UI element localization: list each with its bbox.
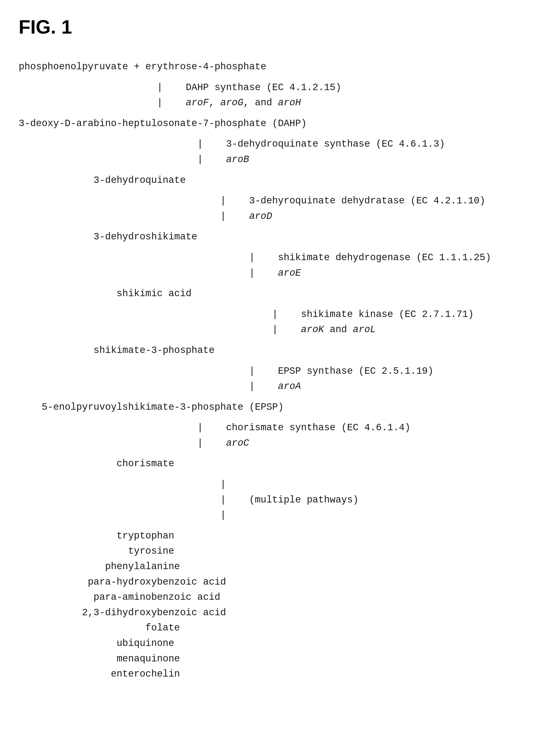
figure-title: FIG. 1 xyxy=(19,16,541,38)
enzyme-line-5b: | aroK and aroL xyxy=(19,322,541,338)
product-phenylalanine: phenylalanine xyxy=(19,559,541,574)
product-para-hydroxy: para-hydroxybenzoic acid xyxy=(19,574,541,590)
enzyme-line-2a: | 3-dehydroquinate synthase (EC 4.6.1.3) xyxy=(19,137,541,152)
enzyme-line-6b: | aroA xyxy=(19,379,541,394)
enzyme-line-7a: | chorismate synthase (EC 4.6.1.4) xyxy=(19,420,541,435)
product-tyrosine: tyrosine xyxy=(19,544,541,559)
pathway-diagram: phosphoenolpyruvate + erythrose-4-phosph… xyxy=(19,59,541,682)
product-ubiquinone: ubiquinone xyxy=(19,636,541,651)
enzyme-line-2b: | aroB xyxy=(19,152,541,167)
spacer-10 xyxy=(19,338,541,343)
spacer-2 xyxy=(19,110,541,116)
enzyme-line-7b: | aroC xyxy=(19,435,541,451)
product-dihydroxy: 2,3-dihydroxybenzoic acid xyxy=(19,605,541,620)
compound-chorismate: chorismate xyxy=(19,456,541,472)
enzyme-line-4a: | shikimate dehydrogenase (EC 1.1.1.25) xyxy=(19,250,541,266)
product-para-amino: para-aminobenzoic acid xyxy=(19,590,541,605)
compound-2: 3-deoxy-D-arabino-heptulosonate-7-phosph… xyxy=(19,116,541,131)
compound-4: 3-dehydroshikimate xyxy=(19,229,541,245)
compound-3: 3-dehydroquinate xyxy=(19,173,541,188)
spacer-15 xyxy=(19,472,541,477)
multiple-pathways-label: | (multiple pathways) xyxy=(19,492,541,508)
compound-6: shikimate-3-phosphate xyxy=(19,343,541,358)
spacer-11 xyxy=(19,358,541,364)
spacer-13 xyxy=(19,415,541,420)
spacer-5 xyxy=(19,188,541,193)
multiple-pathways-pipe2: | xyxy=(19,508,541,523)
enzyme-line-6a: | EPSP synthase (EC 2.5.1.19) xyxy=(19,364,541,379)
product-folate: folate xyxy=(19,620,541,636)
spacer-6 xyxy=(19,224,541,229)
enzyme-line-4b: | aroE xyxy=(19,266,541,281)
page-container: FIG. 1 phosphoenolpyruvate + erythrose-4… xyxy=(19,16,541,682)
spacer-16 xyxy=(19,523,541,528)
spacer-4 xyxy=(19,167,541,173)
spacer-14 xyxy=(19,451,541,456)
spacer-3 xyxy=(19,131,541,137)
spacer-12 xyxy=(19,394,541,400)
spacer-1 xyxy=(19,75,541,80)
compound-5: shikimic acid xyxy=(19,286,541,302)
product-tryptophan: tryptophan xyxy=(19,528,541,544)
multiple-pathways-pipe1: | xyxy=(19,477,541,492)
compound-1: phosphoenolpyruvate + erythrose-4-phosph… xyxy=(19,59,541,75)
spacer-7 xyxy=(19,245,541,250)
enzyme-line-1b: | aroF, aroG, and aroH xyxy=(19,95,541,110)
spacer-8 xyxy=(19,281,541,286)
enzyme-line-1a: | DAHP synthase (EC 4.1.2.15) xyxy=(19,80,541,96)
enzyme-line-3b: | aroD xyxy=(19,209,541,224)
enzyme-line-3a: | 3-dehyroquinate dehydratase (EC 4.2.1.… xyxy=(19,193,541,209)
compound-7: 5-enolpyruvoylshikimate-3-phosphate (EPS… xyxy=(19,400,541,415)
spacer-9 xyxy=(19,302,541,307)
product-menaquinone: menaquinone xyxy=(19,651,541,667)
product-enterochelin: enterochelin xyxy=(19,667,541,682)
enzyme-line-5a: | shikimate kinase (EC 2.7.1.71) xyxy=(19,307,541,322)
